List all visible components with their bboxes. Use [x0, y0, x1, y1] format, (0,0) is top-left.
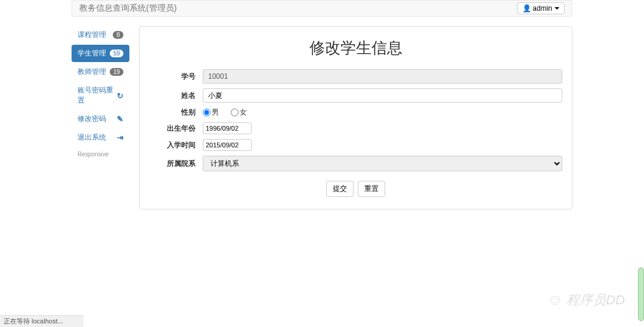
name-input[interactable]	[203, 88, 562, 103]
name-label: 姓名	[149, 91, 203, 101]
sidebar-item-label: 教师管理	[78, 67, 106, 77]
sidebar-item-label: 账号密码重置	[78, 85, 117, 106]
navbar: 教务信息查询系统(管理员) 👤 admin	[72, 0, 572, 17]
sidebar-item-course[interactable]: 课程管理 8	[72, 26, 129, 44]
gender-label: 性别	[149, 107, 203, 118]
sidebar-item-label: 课程管理	[78, 30, 106, 40]
student-id-input	[203, 69, 562, 84]
reset-button[interactable]: 重置	[358, 181, 385, 197]
sidebar-item-badge: 19	[110, 68, 123, 76]
sidebar-item-label: 退出系统	[78, 132, 106, 143]
submit-button[interactable]: 提交	[326, 181, 354, 197]
pencil-icon: ✎	[117, 115, 123, 124]
sidebar-item-badge: 8	[113, 31, 123, 39]
sidebar-item-label: 学生管理	[78, 48, 106, 58]
sidebar-item-change-password[interactable]: 修改密码 ✎	[72, 110, 129, 128]
birth-date-input[interactable]	[203, 122, 252, 134]
enroll-date-input[interactable]	[203, 139, 252, 151]
sidebar-item-label: 修改密码	[78, 114, 106, 124]
user-icon: 👤	[522, 4, 531, 13]
logout-icon: ⇥	[117, 133, 123, 142]
birth-label: 出生年份	[149, 124, 203, 134]
sidebar-item-logout[interactable]: 退出系统 ⇥	[72, 129, 129, 146]
user-label: admin	[532, 4, 552, 13]
dept-select[interactable]: 计算机系	[203, 156, 562, 171]
sidebar: 课程管理 8 学生管理 59 教师管理 19 账号密码重置 ↻ 修改密码 ✎ 退…	[72, 26, 129, 209]
gender-female-radio[interactable]	[231, 109, 239, 116]
brand-title: 教务信息查询系统(管理员)	[79, 3, 177, 14]
gender-male-option[interactable]: 男	[203, 107, 219, 118]
dept-label: 所属院系	[149, 159, 203, 169]
enroll-label: 入学时间	[149, 140, 203, 150]
content-panel: 修改学生信息 学号 姓名 性别 男 女	[139, 26, 572, 209]
sidebar-item-badge: 59	[110, 50, 123, 57]
refresh-icon: ↻	[117, 91, 123, 100]
gender-male-radio[interactable]	[203, 109, 210, 116]
user-menu-button[interactable]: 👤 admin	[517, 2, 565, 14]
sidebar-item-teacher[interactable]: 教师管理 19	[72, 63, 129, 81]
gender-radio-group: 男 女	[203, 107, 247, 118]
sidebar-footer: Responsive	[72, 147, 129, 161]
caret-down-icon	[555, 7, 559, 10]
sidebar-item-password-reset[interactable]: 账号密码重置 ↻	[72, 82, 129, 109]
panel-title: 修改学生信息	[149, 38, 562, 58]
gender-female-option[interactable]: 女	[231, 107, 247, 118]
sidebar-item-student[interactable]: 学生管理 59	[72, 45, 129, 62]
student-id-label: 学号	[149, 72, 203, 82]
